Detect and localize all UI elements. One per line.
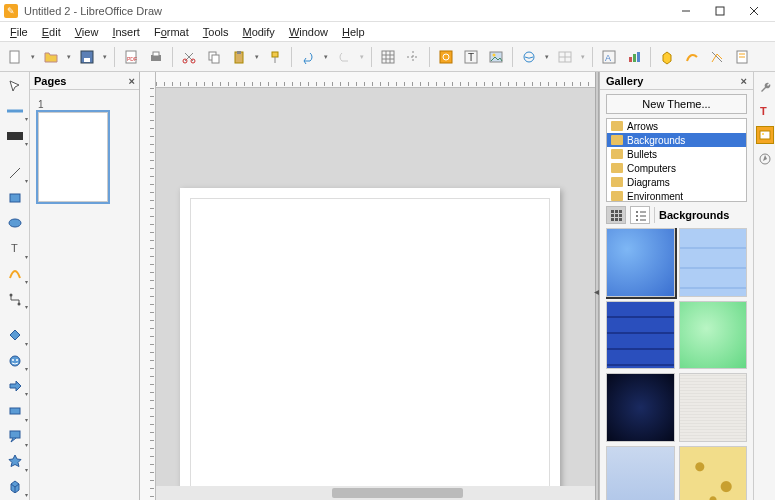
sidebar-gallery-icon[interactable] — [756, 126, 774, 144]
menu-modify[interactable]: Modify — [236, 24, 280, 40]
menu-format[interactable]: Format — [148, 24, 195, 40]
paste-button[interactable] — [228, 46, 250, 68]
svg-rect-6 — [84, 58, 90, 62]
page-thumb-1[interactable]: 1 — [30, 90, 139, 210]
open-dropdown[interactable]: ▾ — [65, 53, 73, 61]
text-tool[interactable]: T▾ — [4, 239, 26, 258]
sidebar-properties-icon[interactable]: T — [756, 102, 774, 120]
redo-dropdown[interactable]: ▾ — [358, 53, 366, 61]
close-button[interactable] — [737, 1, 771, 21]
gallery-thumb-paper[interactable] — [679, 373, 748, 442]
gallery-thumb-tiles-light[interactable] — [679, 228, 748, 297]
maximize-button[interactable] — [703, 1, 737, 21]
app-icon: ✎ — [4, 4, 18, 18]
svg-text:A: A — [605, 53, 611, 63]
cut-button[interactable] — [178, 46, 200, 68]
svg-rect-47 — [10, 194, 20, 202]
connector-tool[interactable]: ▾ — [4, 289, 26, 308]
line-color-tool[interactable]: ▾ — [4, 101, 26, 120]
insert-chart-button[interactable] — [623, 46, 645, 68]
drawing-page[interactable] — [180, 188, 560, 500]
basic-shapes-tool[interactable]: ▾ — [4, 326, 26, 345]
rectangle-tool[interactable] — [4, 188, 26, 207]
gallery-close-icon[interactable]: × — [741, 75, 747, 87]
symbol-shapes-tool[interactable]: ▾ — [4, 351, 26, 370]
insert-hyperlink-button[interactable] — [518, 46, 540, 68]
menu-file[interactable]: File — [4, 24, 34, 40]
svg-rect-17 — [272, 52, 278, 57]
clone-format-button[interactable] — [264, 46, 286, 68]
curve-tool[interactable]: ▾ — [4, 264, 26, 283]
line-tool[interactable]: ▾ — [4, 163, 26, 182]
svg-point-68 — [636, 215, 638, 217]
edit-points-button[interactable] — [706, 46, 728, 68]
sidebar-navigator-icon[interactable] — [756, 150, 774, 168]
grid-button[interactable] — [377, 46, 399, 68]
horizontal-scrollbar[interactable] — [156, 486, 595, 500]
zoom-button[interactable] — [435, 46, 457, 68]
select-tool[interactable] — [4, 76, 26, 95]
theme-list[interactable]: ArrowsBackgroundsBulletsComputersDiagram… — [606, 118, 747, 202]
splitter[interactable] — [595, 72, 599, 500]
ellipse-tool[interactable] — [4, 214, 26, 233]
new-dropdown[interactable]: ▾ — [29, 53, 37, 61]
save-dropdown[interactable]: ▾ — [101, 53, 109, 61]
pages-panel-close-icon[interactable]: × — [129, 75, 135, 87]
menu-edit[interactable]: Edit — [36, 24, 67, 40]
gallery-thumb-tiles-dark[interactable] — [606, 301, 675, 370]
undo-dropdown[interactable]: ▾ — [322, 53, 330, 61]
theme-row-computers[interactable]: Computers — [607, 161, 746, 175]
menu-help[interactable]: Help — [336, 24, 371, 40]
theme-row-environment[interactable]: Environment — [607, 189, 746, 202]
hyperlink-dropdown[interactable]: ▾ — [543, 53, 551, 61]
star-tool[interactable]: ▾ — [4, 452, 26, 471]
new-button[interactable] — [4, 46, 26, 68]
print-button[interactable] — [145, 46, 167, 68]
gallery-thumb-green[interactable] — [679, 301, 748, 370]
svg-rect-63 — [611, 218, 614, 221]
titlebar: ✎ Untitled 2 - LibreOffice Draw — [0, 0, 775, 22]
gallery-panel: Gallery × New Theme... ArrowsBackgrounds… — [599, 72, 753, 500]
export-pdf-button[interactable]: PDF — [120, 46, 142, 68]
theme-row-arrows[interactable]: Arrows — [607, 119, 746, 133]
flowchart-tool[interactable]: ▾ — [4, 401, 26, 420]
gallery-thumb-blue-fabric[interactable] — [606, 446, 675, 501]
page-thumbnail[interactable] — [38, 112, 108, 202]
save-button[interactable] — [76, 46, 98, 68]
svg-rect-39 — [633, 54, 636, 62]
gallery-thumb-cheese[interactable] — [679, 446, 748, 501]
callout-tool[interactable]: ▾ — [4, 427, 26, 446]
show-draw-button[interactable] — [681, 46, 703, 68]
undo-button[interactable] — [297, 46, 319, 68]
theme-row-bullets[interactable]: Bullets — [607, 147, 746, 161]
new-theme-button[interactable]: New Theme... — [606, 94, 747, 114]
icon-view-button[interactable] — [606, 206, 626, 224]
table-dropdown[interactable]: ▾ — [579, 53, 587, 61]
open-button[interactable] — [40, 46, 62, 68]
theme-row-diagrams[interactable]: Diagrams — [607, 175, 746, 189]
glue-points-button[interactable] — [731, 46, 753, 68]
copy-button[interactable] — [203, 46, 225, 68]
arrow-shapes-tool[interactable]: ▾ — [4, 376, 26, 395]
menu-view[interactable]: View — [69, 24, 105, 40]
insert-image-button[interactable] — [485, 46, 507, 68]
minimize-button[interactable] — [669, 1, 703, 21]
gallery-thumb-dark[interactable] — [606, 373, 675, 442]
menu-window[interactable]: Window — [283, 24, 334, 40]
fontwork-button[interactable]: A — [598, 46, 620, 68]
theme-row-backgrounds[interactable]: Backgrounds — [607, 133, 746, 147]
3d-tool[interactable]: ▾ — [4, 477, 26, 496]
insert-text-button[interactable]: T — [460, 46, 482, 68]
gallery-thumb-water[interactable] — [606, 228, 675, 297]
paste-dropdown[interactable]: ▾ — [253, 53, 261, 61]
fill-color-tool[interactable]: ▾ — [4, 126, 26, 145]
redo-button[interactable] — [333, 46, 355, 68]
canvas-area[interactable] — [140, 72, 595, 500]
menu-insert[interactable]: Insert — [106, 24, 146, 40]
helplines-button[interactable] — [402, 46, 424, 68]
toggle-extrusion-button[interactable] — [656, 46, 678, 68]
menu-tools[interactable]: Tools — [197, 24, 235, 40]
insert-table-button[interactable] — [554, 46, 576, 68]
detail-view-button[interactable] — [630, 206, 650, 224]
sidebar-settings-icon[interactable] — [756, 78, 774, 96]
